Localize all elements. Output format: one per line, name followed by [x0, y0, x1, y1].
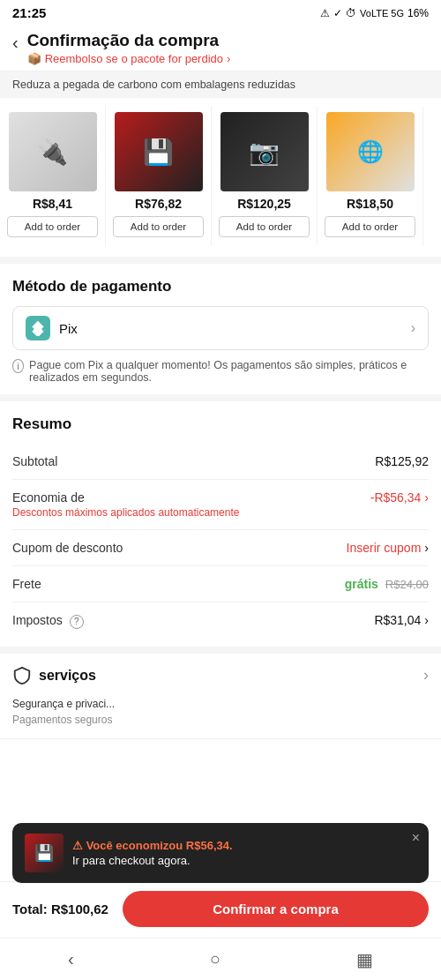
bottom-bar: Total: R$100,62 Confirmar a compra: [0, 881, 441, 938]
status-time: 21:25: [12, 5, 46, 20]
savings-sublabel[interactable]: Descontos máximos aplicados automaticame…: [12, 506, 239, 519]
product-card-0: 🔌 R$8,41 Add to order: [0, 107, 106, 246]
taxes-label: Impostos ?: [12, 613, 84, 629]
savings-label-group: Economia de Descontos máximos aplicados …: [12, 490, 239, 519]
add-to-order-3[interactable]: Add to order: [325, 216, 415, 237]
secure-payments-label: Pagamentos seguros: [12, 714, 429, 726]
services-left: serviços: [12, 666, 96, 685]
product-price-1: R$76,82: [113, 197, 204, 211]
payment-section: Método de pagamento Pix › i Pague com Pi…: [0, 264, 441, 384]
clock-icon: ⏱: [346, 7, 356, 19]
package-icon: 📦: [27, 52, 41, 65]
status-bar: 21:25 ⚠ ✓ ⏱ VoLTE 5G 16%: [0, 0, 441, 24]
product-price-3: R$18,50: [325, 197, 415, 211]
info-circle-icon: i: [12, 359, 24, 373]
summary-section-title: Resumo: [12, 415, 429, 433]
payment-left: Pix: [26, 316, 78, 340]
pix-icon: [26, 316, 50, 340]
product-card-1: 💾 R$76,82 Add to order: [106, 107, 212, 246]
savings-chevron-icon: ›: [424, 490, 429, 505]
summary-row-taxes[interactable]: Impostos ? R$31,04 ›: [12, 602, 429, 640]
signal-icon: VoLTE 5G: [360, 8, 404, 19]
summary-row-savings[interactable]: Economia de Descontos máximos aplicados …: [12, 480, 429, 530]
toast-product-image: 💾: [25, 834, 64, 872]
services-main-label: serviços: [39, 668, 96, 684]
taxes-value: R$31,04 ›: [374, 613, 429, 627]
savings-value: -R$56,34 ›: [370, 490, 429, 505]
payment-section-title: Método de pagamento: [12, 278, 429, 295]
carbon-notice: Reduza a pegada de carbono com embalagen…: [0, 71, 441, 98]
add-to-order-0[interactable]: Add to order: [7, 216, 98, 237]
chevron-right-icon: ›: [227, 52, 230, 65]
product-card-2: 📷 R$120,25 Add to order: [212, 107, 318, 246]
back-button[interactable]: ‹: [12, 33, 19, 53]
add-to-order-2[interactable]: Add to order: [219, 216, 310, 237]
toast-title: ⚠ Você economizou R$56,34.: [72, 839, 233, 852]
toast-content: ⚠ Você economizou R$56,34. Ir para check…: [72, 839, 233, 867]
product-card-3: 🌐 R$18,50 Add to order: [318, 107, 423, 246]
page-title: Confirmação da compra: [27, 31, 231, 50]
warning-icon: ⚠: [320, 7, 330, 19]
confirm-purchase-button[interactable]: Confirmar a compra: [123, 891, 429, 927]
coupon-chevron-icon: ›: [424, 541, 429, 555]
check-icon: ✓: [333, 7, 342, 19]
toast-notification: 💾 ⚠ Você economizou R$56,34. Ir para che…: [12, 823, 429, 883]
battery-icon: 16%: [407, 7, 429, 19]
header-text: Confirmação da compra 📦 Reembolso se o p…: [27, 31, 231, 65]
shield-icon: [12, 666, 32, 685]
nav-home-button[interactable]: ○: [192, 942, 238, 976]
summary-row-subtotal: Subtotal R$125,92: [12, 444, 429, 480]
security-privacy-label: Segurança e privaci...: [12, 698, 115, 710]
ram-image: 💾: [115, 112, 203, 191]
page-header: ‹ Confirmação da compra 📦 Reembolso se o…: [0, 24, 441, 71]
toast-amount: R$56,34.: [186, 839, 233, 852]
add-to-order-1[interactable]: Add to order: [113, 216, 204, 237]
subtotal-value: R$125,92: [375, 454, 429, 468]
nav-recents-button[interactable]: ▦: [339, 942, 391, 977]
services-chevron-icon: ›: [423, 666, 429, 685]
shipping-value: grátis R$24,00: [345, 577, 429, 591]
original-shipping-price: R$24,00: [385, 578, 429, 591]
coupon-label: Cupom de desconto: [12, 541, 123, 555]
toast-ram-image: 💾: [25, 834, 64, 872]
toast-close-button[interactable]: ×: [412, 830, 420, 846]
ethernet-image: 🌐: [326, 112, 415, 191]
toast-body: Ir para checkout agora.: [72, 854, 233, 867]
payment-note: i Pague com Pix a qualquer momento! Os p…: [12, 359, 429, 384]
alert-icon: ⚠: [72, 839, 86, 852]
shipping-label: Frete: [12, 577, 41, 591]
products-row: 🔌 R$8,41 Add to order 💾 R$76,82 Add to o…: [0, 107, 441, 246]
services-labels: serviços: [39, 668, 96, 684]
cable-image: 🔌: [9, 112, 97, 191]
coupon-value: Inserir cupom ›: [347, 541, 429, 555]
section-divider-1: [0, 257, 441, 264]
pix-label: Pix: [59, 321, 78, 336]
product-price-2: R$120,25: [219, 197, 310, 211]
summary-section: Resumo Subtotal R$125,92 Economia de Des…: [0, 401, 441, 640]
savings-label: Economia de: [12, 490, 239, 505]
summary-row-coupon[interactable]: Cupom de desconto Inserir cupom ›: [12, 530, 429, 566]
status-icons: ⚠ ✓ ⏱ VoLTE 5G 16%: [320, 7, 429, 19]
payment-method-row[interactable]: Pix ›: [12, 306, 429, 350]
total-label: Total: R$100,62: [12, 901, 108, 916]
nav-back-button[interactable]: ‹: [50, 942, 92, 976]
products-section: 🔌 R$8,41 Add to order 💾 R$76,82 Add to o…: [0, 98, 441, 246]
section-divider-2: [0, 394, 441, 401]
taxes-info-icon[interactable]: ?: [70, 615, 84, 629]
product-image-3: 🌐: [326, 112, 415, 191]
product-image-1: 💾: [115, 112, 203, 191]
product-image-0: 🔌: [9, 112, 97, 191]
refund-notice[interactable]: 📦 Reembolso se o pacote for perdido ›: [27, 52, 231, 65]
subtotal-label: Subtotal: [12, 454, 57, 468]
services-section[interactable]: serviços ›: [0, 647, 441, 698]
payment-chevron-icon: ›: [411, 320, 415, 336]
free-shipping-label: grátis: [345, 577, 378, 591]
product-image-2: 📷: [220, 112, 309, 191]
taxes-chevron-icon: ›: [424, 613, 429, 627]
summary-row-shipping: Frete grátis R$24,00: [12, 566, 429, 602]
product-price-0: R$8,41: [7, 197, 98, 211]
nav-bar: ‹ ○ ▦: [0, 938, 441, 980]
services-sub-section: Segurança e privaci... Pagamentos seguro…: [0, 698, 441, 739]
security-row: Segurança e privaci...: [12, 698, 429, 710]
webcam-image: 📷: [220, 112, 309, 191]
